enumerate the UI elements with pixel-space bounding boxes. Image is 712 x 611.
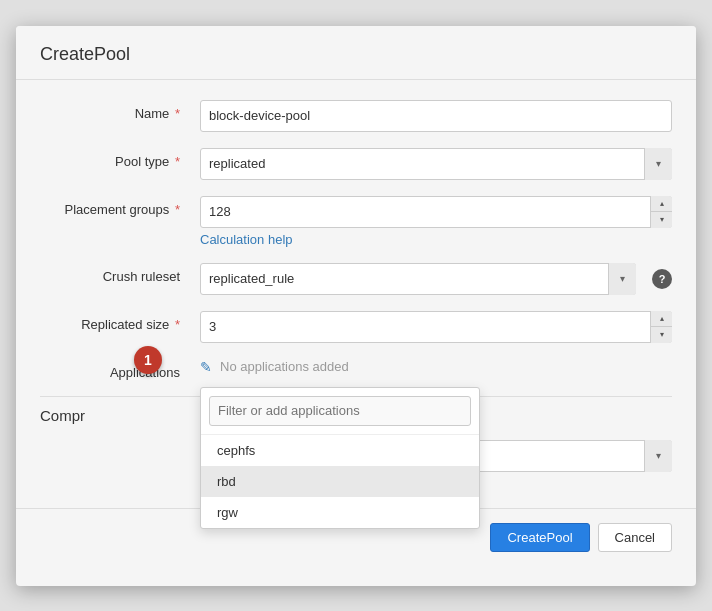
crush-ruleset-select[interactable]: replicated_rule — [200, 263, 636, 295]
no-applications-text: No applications added — [220, 359, 349, 374]
rep-size-increment-button[interactable]: ▴ — [651, 311, 672, 328]
crush-select-wrap: replicated_rule ▾ — [200, 263, 636, 295]
crush-ruleset-control: replicated_rule ▾ ? — [200, 263, 672, 295]
rep-size-decrement-button[interactable]: ▾ — [651, 327, 672, 343]
crush-wrap: replicated_rule ▾ ? — [200, 263, 672, 295]
rep-size-spinner: ▴ ▾ — [200, 311, 672, 343]
replicated-size-label: Replicated size * — [40, 311, 200, 332]
dropdown-search-wrap — [201, 388, 479, 435]
applications-content: ✎ No applications added cephfs rbd rgw — [200, 359, 672, 375]
applications-edit-icon[interactable]: ✎ — [200, 359, 212, 375]
app-option-cephfs[interactable]: cephfs — [201, 435, 479, 466]
applications-dropdown: cephfs rbd rgw — [200, 387, 480, 529]
create-pool-button[interactable]: CreatePool — [490, 523, 589, 552]
placement-groups-control: ▴ ▾ Calculation help — [200, 196, 672, 247]
rep-size-required: * — [175, 317, 180, 332]
pool-type-control: replicated erasure ▾ — [200, 148, 672, 180]
pg-increment-button[interactable]: ▴ — [651, 196, 672, 213]
replicated-size-control: ▴ ▾ — [200, 311, 672, 343]
crush-ruleset-label: Crush ruleset — [40, 263, 200, 284]
name-required: * — [175, 106, 180, 121]
crush-ruleset-row: Crush ruleset replicated_rule ▾ ? — [40, 263, 672, 295]
rep-size-spinner-btns: ▴ ▾ — [650, 311, 672, 343]
name-control — [200, 100, 672, 132]
app-option-rbd[interactable]: rbd — [201, 466, 479, 497]
pg-spinner-btns: ▴ ▾ — [650, 196, 672, 228]
dialog-body: Name * Pool type * replicated erasure ▾ — [16, 80, 696, 508]
replicated-size-row: Replicated size * ▴ ▾ — [40, 311, 672, 343]
applications-label: Applications — [40, 359, 200, 380]
pool-type-select[interactable]: replicated erasure — [200, 148, 672, 180]
placement-groups-input[interactable] — [200, 196, 672, 228]
pool-type-label: Pool type * — [40, 148, 200, 169]
name-row: Name * — [40, 100, 672, 132]
pool-type-row: Pool type * replicated erasure ▾ — [40, 148, 672, 180]
pg-spinner: ▴ ▾ — [200, 196, 672, 228]
name-label: Name * — [40, 100, 200, 121]
crush-help-icon[interactable]: ? — [652, 269, 672, 289]
pool-type-required: * — [175, 154, 180, 169]
pg-required: * — [175, 202, 180, 217]
placement-groups-row: Placement groups * ▴ ▾ Calculation help — [40, 196, 672, 247]
app-option-rgw[interactable]: rgw — [201, 497, 479, 528]
cancel-button[interactable]: Cancel — [598, 523, 672, 552]
pool-type-select-wrap: replicated erasure ▾ — [200, 148, 672, 180]
filter-applications-input[interactable] — [209, 396, 471, 426]
compress-label-spacer — [40, 440, 200, 446]
applications-inline: ✎ No applications added — [200, 359, 672, 375]
dialog-title: CreatePool — [16, 26, 696, 80]
placement-groups-label: Placement groups * — [40, 196, 200, 217]
create-pool-dialog: CreatePool Name * Pool type * replicated — [16, 26, 696, 586]
pg-decrement-button[interactable]: ▾ — [651, 212, 672, 228]
step-badge-1: 1 — [134, 346, 162, 374]
name-input[interactable] — [200, 100, 672, 132]
calculation-help-link[interactable]: Calculation help — [200, 232, 293, 247]
replicated-size-input[interactable] — [200, 311, 672, 343]
